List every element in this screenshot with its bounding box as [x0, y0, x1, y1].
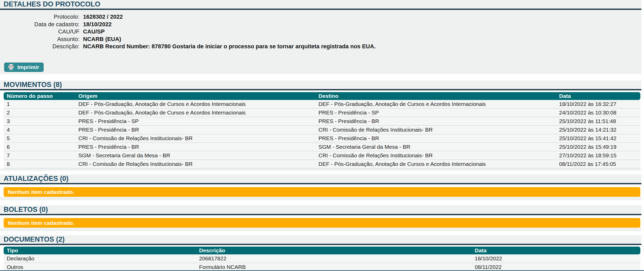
col-header-data: Data [556, 92, 640, 100]
cell-origem: CRI - Comissão de Relações Institucionai… [75, 134, 315, 143]
protocolo-label: Protocolo: [0, 13, 83, 21]
cell-step: 6 [4, 143, 75, 151]
banner-strip [0, 228, 641, 231]
section-title-documentos: DOCUMENTOS (2) [4, 235, 65, 243]
cell-origem: PRES - Presidência - SP [75, 117, 315, 126]
descricao-label: Descrição: [0, 43, 83, 50]
col-header-destino: Destino [315, 92, 556, 100]
section-title-detalhes: DETALHES DO PROTOCOLO [4, 0, 100, 8]
cell-tipo: Declaração [4, 254, 196, 263]
cell-origem: SGM - Secretaria Geral da Mesa - BR [75, 151, 315, 160]
cell-origem: DEF - Pós-Graduação, Anotação de Cursos … [75, 109, 315, 117]
documents-header-row: Tipo Descrição Data [4, 247, 640, 254]
section-title-atualizacoes: ATUALIZAÇÕES (0) [4, 175, 69, 183]
table-row: 1 DEF - Pós-Graduação, Anotação de Curso… [4, 100, 640, 109]
cell-destino: CRI - Comissão de Relações Institucionai… [315, 151, 556, 160]
section-bar-documentos: DOCUMENTOS (2) [0, 235, 641, 244]
section-title-boletos: BOLETOS (0) [4, 206, 48, 214]
cell-destino: PRES - Presidência - BR [315, 117, 556, 126]
cell-origem: PRES - Presidência - BR [75, 126, 315, 134]
cell-destino: SGM - Secretaria Geral da Mesa - BR [315, 143, 556, 151]
field-row-data-cadastro: Data de cadastro: 18/10/2022 [0, 21, 641, 28]
empty-banner-boletos: Nenhum item cadastrado. [4, 218, 640, 228]
cell-destino: DEF - Pós-Graduação, Anotação de Cursos … [315, 100, 556, 109]
descricao-value: NCARB Record Number: 878780 Gostaria de … [83, 43, 376, 50]
cauuf-value: CAU/SP [83, 28, 105, 36]
cell-data: 18/10/2022 às 16:32:27 [556, 100, 640, 109]
documents-table: Tipo Descrição Data Declaração 206817822… [4, 247, 640, 271]
cell-data: 24/10/2022 às 10:30:08 [556, 109, 640, 117]
cell-destino: DEF - Pós-Graduação, Anotação de Cursos … [315, 160, 556, 168]
cell-step: 2 [4, 109, 75, 117]
section-title-movimentos: MOVIMENTOS (8) [4, 81, 62, 89]
cell-step: 4 [4, 126, 75, 134]
protocolo-value: 1628302 / 2022 [83, 13, 123, 21]
table-row: 8 CRI - Comissão de Relações Institucion… [4, 160, 640, 168]
cell-step: 8 [4, 160, 75, 168]
table-row: 6 PRES - Presidência - BR SGM - Secretar… [4, 143, 640, 151]
cell-data: 08/11/2022 [472, 263, 640, 271]
section-bar-detalhes: DETALHES DO PROTOCOLO [0, 0, 641, 9]
cell-descricao: Formulário NCARB [196, 263, 472, 271]
cell-step: 7 [4, 151, 75, 160]
table-row: 3 PRES - Presidência - SP PRES - Presidê… [4, 117, 640, 126]
data-cadastro-label: Data de cadastro: [0, 21, 83, 28]
cell-data: 18/10/2022 [472, 254, 640, 263]
field-row-protocolo: Protocolo: 1628302 / 2022 [0, 13, 641, 21]
cell-step: 5 [4, 134, 75, 143]
cell-data: 08/11/2022 às 17:45:05 [556, 160, 640, 168]
field-row-cauuf: CAU/UF CAU/SP [0, 28, 641, 36]
cell-data: 25/10/2022 às 11:51:48 [556, 117, 640, 126]
print-button[interactable]: Imprimir [4, 63, 44, 72]
table-row: 2 DEF - Pós-Graduação, Anotação de Curso… [4, 109, 640, 117]
print-button-label: Imprimir [17, 64, 39, 70]
table-row: Declaração 206817822 18/10/2022 [4, 254, 640, 263]
printer-icon [8, 64, 15, 70]
col-header-origem: Origem [75, 92, 315, 100]
movements-table: Número do passo Origem Destino Data 1 DE… [4, 92, 640, 168]
cell-origem: CRI - Comissão de Relações Institucionai… [75, 160, 315, 168]
cell-data: 25/10/2022 às 15:41:42 [556, 134, 640, 143]
data-cadastro-value: 18/10/2022 [83, 21, 112, 28]
cell-step: 1 [4, 100, 75, 109]
movements-header-row: Número do passo Origem Destino Data [4, 92, 640, 100]
section-divider [0, 183, 641, 184]
section-divider [0, 214, 641, 215]
cell-destino: PRES - Presidência - SP [315, 109, 556, 117]
table-row: Outros Formulário NCARB 08/11/2022 [4, 263, 640, 271]
section-bar-boletos: BOLETOS (0) [0, 205, 641, 214]
cell-origem: DEF - Pós-Graduação, Anotação de Cursos … [75, 100, 315, 109]
banner-strip [0, 197, 641, 200]
cell-descricao: 206817822 [196, 254, 472, 263]
table-row: 7 SGM - Secretaria Geral da Mesa - BR CR… [4, 151, 640, 160]
cell-destino: CRI - Comissão de Relações Institucionai… [315, 126, 556, 134]
cell-data: 25/10/2022 às 15:49:19 [556, 143, 640, 151]
section-bar-atualizacoes: ATUALIZAÇÕES (0) [0, 174, 641, 183]
table-row: 4 PRES - Presidência - BR CRI - Comissão… [4, 126, 640, 134]
protocol-details-page: DETALHES DO PROTOCOLO Protocolo: 1628302… [0, 0, 644, 271]
cell-step: 3 [4, 117, 75, 126]
table-bottom-strip [0, 168, 641, 171]
table-row: 5 CRI - Comissão de Relações Institucion… [4, 134, 640, 143]
col-header-descricao: Descrição [196, 247, 472, 254]
cell-data: 25/10/2022 às 14:21:32 [556, 126, 640, 134]
empty-banner-atualizacoes: Nenhum item cadastrado. [4, 187, 640, 197]
col-header-numero-passo: Número do passo [4, 92, 75, 100]
cell-destino: PRES - Presidência - BR [315, 134, 556, 143]
assunto-label: Assunto: [0, 36, 83, 43]
cauuf-label: CAU/UF [0, 28, 83, 36]
cell-tipo: Outros [4, 263, 196, 271]
details-panel: Protocolo: 1628302 / 2022 Data de cadast… [0, 10, 641, 74]
cell-origem: PRES - Presidência - BR [75, 143, 315, 151]
section-bar-movimentos: MOVIMENTOS (8) [0, 80, 641, 89]
assunto-value: NCARB (EUA) [83, 36, 121, 43]
field-row-assunto: Assunto: NCARB (EUA) [0, 36, 641, 43]
field-row-descricao: Descrição: NCARB Record Number: 878780 G… [0, 43, 641, 50]
col-header-tipo: Tipo [4, 247, 196, 254]
col-header-data: Data [472, 247, 640, 254]
cell-data: 27/10/2022 às 18:59:15 [556, 151, 640, 160]
